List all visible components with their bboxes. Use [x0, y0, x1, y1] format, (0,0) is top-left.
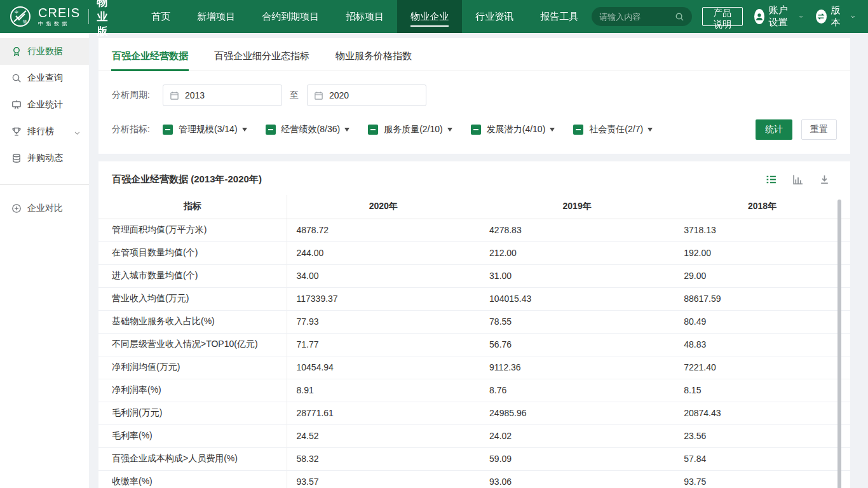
- value-cell: 29.00: [674, 264, 850, 287]
- value-cell: 8.76: [480, 379, 674, 402]
- sidebar-item-label: 企业查询: [27, 72, 63, 84]
- reset-button[interactable]: 重置: [801, 119, 837, 140]
- sidebar-item-company-search[interactable]: 企业查询: [0, 65, 89, 92]
- tab-top100-segment-indicators[interactable]: 百强企业细分业态指标: [214, 50, 309, 71]
- calendar-icon: [314, 91, 323, 100]
- navbar-search[interactable]: [592, 7, 692, 26]
- table-row: 基础物业服务收入占比(%)77.9378.5580.49: [98, 310, 850, 333]
- value-cell: 77.93: [287, 310, 480, 333]
- indicator-service-quality[interactable]: 服务质量(2/10): [368, 124, 452, 135]
- sidebar-item-ma-news[interactable]: 并购动态: [0, 145, 89, 172]
- value-cell: 57.84: [674, 447, 850, 470]
- value-cell: 59.09: [480, 447, 674, 470]
- period-to-input[interactable]: 2020: [307, 85, 426, 106]
- data-table-card: 百强企业经营数据 (2013年-2020年) 指标2020年2019年2018年…: [98, 161, 850, 488]
- indicator-development-potential[interactable]: 发展潜力(4/10): [471, 124, 555, 135]
- chevron-down-icon: [850, 13, 855, 20]
- value-cell: 4278.83: [480, 219, 674, 241]
- sidebar-item-label: 企业对比: [27, 203, 63, 214]
- indicator-filter-row: 分析指标: 管理规模(3/14)经营绩效(8/36)服务质量(2/10)发展潜力…: [98, 119, 850, 154]
- sidebar-item-label: 排行榜: [27, 126, 54, 137]
- table-row: 收缴率(%)93.5793.0693.75: [98, 470, 850, 488]
- user-avatar-icon: [754, 9, 764, 24]
- ranking-icon: [11, 126, 22, 137]
- nav-item-bidding-projects[interactable]: 招标项目: [332, 0, 397, 33]
- brand-name: CREIS: [38, 6, 80, 19]
- table-row: 百强企业成本构成>人员费用(%)58.3259.0957.84: [98, 447, 850, 470]
- list-view-icon[interactable]: [766, 174, 776, 185]
- value-cell: 212.00: [480, 241, 674, 264]
- indicator-checkbox[interactable]: [573, 125, 583, 135]
- indicator-operating-performance[interactable]: 经营绩效(8/36): [266, 124, 350, 135]
- tab-service-price-index[interactable]: 物业服务价格指数: [336, 50, 412, 71]
- indicator-label: 社会责任(2/7): [589, 124, 643, 135]
- product-info-button[interactable]: 产品说明: [702, 7, 743, 26]
- indicator-name-cell: 在管项目数量均值(个): [98, 241, 287, 264]
- nav-item-expiring-contract-projects[interactable]: 合约到期项目: [248, 0, 332, 33]
- tab-top100-operating-data[interactable]: 百强企业经营数据: [112, 50, 188, 71]
- caret-down-icon[interactable]: [242, 128, 247, 132]
- industry-data-icon: [11, 46, 22, 57]
- logo-divider: [88, 9, 89, 24]
- period-from-input[interactable]: 2013: [163, 85, 282, 106]
- statistics-button[interactable]: 统计: [756, 119, 792, 140]
- table-header-bar: 百强企业经营数据 (2013年-2020年): [98, 161, 850, 195]
- value-cell: 48.83: [674, 333, 850, 356]
- value-cell: 28771.61: [287, 402, 480, 424]
- caret-down-icon[interactable]: [648, 128, 653, 132]
- value-cell: 192.00: [674, 241, 850, 264]
- indicator-name-cell: 管理面积均值(万平方米): [98, 219, 287, 241]
- value-cell: 7221.40: [674, 356, 850, 379]
- sidebar-item-company-stats[interactable]: 企业统计: [0, 92, 89, 118]
- logo[interactable]: 中 物 CREIS 中指数据 物业版: [0, 0, 124, 39]
- indicator-social-responsibility[interactable]: 社会责任(2/7): [573, 124, 653, 135]
- indicator-checkbox[interactable]: [266, 125, 276, 135]
- chevron-down-icon: [799, 13, 803, 20]
- brand-subtitle: 中指数据: [38, 20, 80, 27]
- caret-down-icon[interactable]: [550, 128, 555, 132]
- account-settings-menu[interactable]: 账户设置: [754, 4, 803, 29]
- period-from-value: 2013: [185, 90, 205, 100]
- sidebar-divider: [0, 184, 89, 185]
- indicator-management-scale[interactable]: 管理规模(3/14): [163, 124, 247, 135]
- value-cell: 23.56: [674, 424, 850, 447]
- indicator-name-cell: 百强企业成本构成>人员费用(%): [98, 447, 287, 470]
- indicator-checkbox[interactable]: [368, 125, 378, 135]
- value-cell: 93.06: [480, 470, 674, 488]
- indicators-label: 分析指标:: [112, 124, 163, 135]
- column-header: 指标: [98, 195, 287, 219]
- nav-item-property-companies[interactable]: 物业企业: [397, 0, 462, 33]
- value-cell: 117339.37: [287, 287, 480, 310]
- value-cell: 104015.43: [480, 287, 674, 310]
- creis-logo-icon: 中 物: [9, 5, 32, 28]
- sidebar-item-ranking[interactable]: 排行榜: [0, 118, 89, 145]
- chevron-down-icon: [74, 128, 81, 135]
- chart-view-icon[interactable]: [792, 174, 803, 185]
- data-table: 指标2020年2019年2018年 管理面积均值(万平方米)4878.72427…: [98, 195, 850, 488]
- value-cell: 24.52: [287, 424, 480, 447]
- indicator-name-cell: 收缴率(%): [98, 470, 287, 488]
- value-cell: 93.57: [287, 470, 480, 488]
- caret-down-icon[interactable]: [447, 128, 452, 132]
- column-header: 2020年: [287, 195, 480, 219]
- account-settings-label: 账户设置: [769, 4, 794, 29]
- nav-item-home[interactable]: 首页: [138, 0, 184, 33]
- download-icon[interactable]: [819, 174, 830, 185]
- table-scrollbar[interactable]: [837, 200, 841, 488]
- indicator-name-cell: 不同层级营业收入情况>TOP10(亿元): [98, 333, 287, 356]
- sidebar-item-company-compare[interactable]: 企业对比: [0, 195, 89, 222]
- search-icon[interactable]: [675, 12, 684, 22]
- indicator-label: 发展潜力(4/10): [487, 124, 546, 135]
- caret-down-icon[interactable]: [344, 128, 349, 132]
- version-menu[interactable]: 版本: [816, 4, 855, 29]
- search-input[interactable]: [599, 12, 675, 22]
- nav-item-report-tools[interactable]: 报告工具: [527, 0, 592, 33]
- nav-item-new-projects[interactable]: 新增项目: [184, 0, 248, 33]
- nav-item-industry-news[interactable]: 行业资讯: [462, 0, 527, 33]
- content-tabs: 百强企业经营数据百强企业细分业态指标物业服务价格指数: [98, 38, 850, 71]
- sidebar-item-industry-data[interactable]: 行业数据: [0, 38, 89, 65]
- table-row: 进入城市数量均值(个)34.0031.0029.00: [98, 264, 850, 287]
- indicator-checkbox[interactable]: [471, 125, 481, 135]
- indicator-checkbox[interactable]: [163, 125, 173, 135]
- indicator-name-cell: 营业收入均值(万元): [98, 287, 287, 310]
